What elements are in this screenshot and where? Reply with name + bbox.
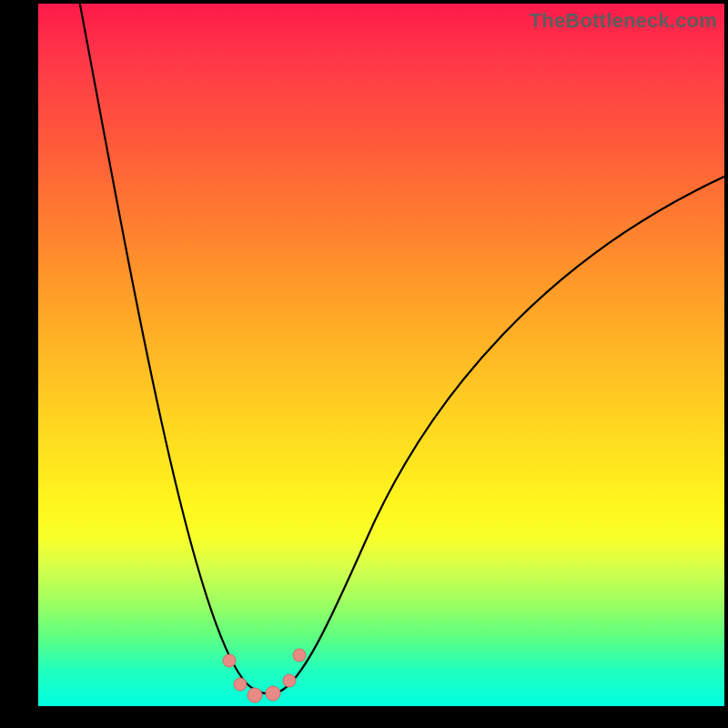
curve-marker: [266, 686, 280, 701]
markers: [223, 649, 306, 703]
curve-marker: [234, 678, 247, 691]
bottleneck-curve: [76, 4, 724, 693]
curve-marker: [223, 654, 236, 667]
plot-area: TheBottleneck.com: [38, 4, 724, 706]
curve-layer: [38, 4, 724, 706]
curve-marker: [293, 649, 306, 662]
curve-marker: [248, 688, 262, 703]
chart-frame: TheBottleneck.com: [0, 0, 728, 728]
curve-marker: [283, 674, 296, 687]
